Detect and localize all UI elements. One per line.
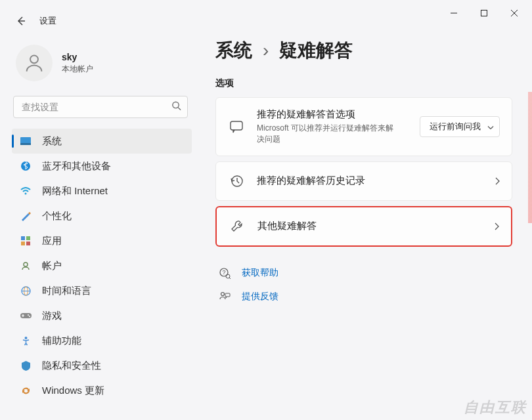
svg-point-4	[30, 55, 38, 63]
titlebar: 设置	[0, 0, 532, 26]
svg-text:?: ?	[222, 269, 225, 276]
sidebar-item-bluetooth[interactable]: 蓝牙和其他设备	[12, 154, 192, 178]
system-icon	[20, 135, 32, 147]
sidebar-item-label: 蓝牙和其他设备	[42, 160, 111, 173]
card-title: 推荐的疑难解答首选项	[257, 108, 408, 121]
sidebar: sky 本地帐户 系统 蓝牙和其他设备 网络和 Internet	[0, 26, 197, 420]
sidebar-item-apps[interactable]: 应用	[12, 228, 192, 253]
card-title: 推荐的疑难解答历史记录	[257, 175, 483, 187]
card-other-troubleshooters[interactable]: 其他疑难解答	[215, 206, 512, 247]
section-label: 选项	[215, 77, 512, 89]
breadcrumb-current: 疑难解答	[279, 38, 353, 63]
preference-dropdown[interactable]: 运行前询问我	[420, 116, 500, 137]
sidebar-item-privacy[interactable]: 隐私和安全性	[12, 353, 192, 378]
svg-point-21	[29, 316, 30, 317]
sidebar-item-label: 系统	[42, 135, 62, 148]
shield-icon	[20, 360, 32, 371]
bluetooth-icon	[20, 160, 32, 172]
minimize-icon	[451, 10, 457, 16]
give-feedback-link[interactable]: 提供反馈	[242, 291, 278, 303]
brush-icon	[20, 210, 32, 222]
sidebar-item-label: 时间和语言	[42, 285, 91, 297]
sidebar-item-time-language[interactable]: 时间和语言	[12, 278, 192, 303]
sidebar-item-personalization[interactable]: 个性化	[12, 203, 192, 228]
feedback-link-row: 提供反馈	[215, 285, 512, 308]
svg-rect-23	[231, 121, 242, 130]
svg-point-5	[173, 102, 179, 108]
minimize-button[interactable]	[439, 3, 469, 24]
svg-point-29	[221, 292, 225, 295]
sidebar-item-accessibility[interactable]: 辅助功能	[12, 328, 192, 353]
sidebar-item-gaming[interactable]: 游戏	[12, 303, 192, 328]
person-icon	[23, 52, 45, 74]
chevron-down-icon	[487, 121, 494, 131]
sidebar-nav: 系统 蓝牙和其他设备 网络和 Internet 个性化 应用 帐户	[12, 129, 192, 415]
sidebar-item-windows-update[interactable]: Windows 更新	[12, 378, 192, 403]
user-block[interactable]: sky 本地帐户	[12, 39, 192, 93]
back-button[interactable]	[14, 14, 28, 28]
svg-point-15	[24, 262, 28, 266]
user-subtitle: 本地帐户	[62, 64, 93, 75]
feedback-icon	[218, 290, 231, 303]
avatar	[16, 45, 53, 81]
dropdown-value: 运行前询问我	[430, 121, 481, 131]
svg-line-28	[229, 278, 231, 279]
sidebar-item-label: 帐户	[42, 260, 62, 272]
history-icon	[228, 173, 245, 190]
breadcrumb: 系统 › 疑难解答	[215, 38, 512, 63]
window-title: 设置	[39, 15, 56, 27]
chevron-right-icon	[495, 177, 500, 185]
wifi-icon	[20, 185, 32, 197]
svg-rect-1	[481, 10, 487, 16]
globe-icon	[20, 285, 32, 297]
sidebar-item-label: 游戏	[42, 310, 62, 322]
svg-rect-8	[20, 143, 31, 145]
svg-rect-30	[225, 293, 230, 297]
close-icon	[511, 10, 518, 16]
card-history[interactable]: 推荐的疑难解答历史记录	[215, 161, 512, 201]
update-icon	[20, 385, 32, 396]
user-name: sky	[62, 52, 93, 62]
svg-point-22	[24, 337, 27, 339]
svg-rect-14	[26, 242, 30, 245]
svg-line-6	[178, 108, 181, 110]
svg-rect-13	[21, 242, 25, 245]
wrench-icon	[229, 218, 246, 235]
sidebar-item-label: 网络和 Internet	[42, 185, 108, 198]
card-title: 其他疑难解答	[257, 220, 482, 232]
svg-point-20	[28, 314, 29, 316]
card-subtitle: Microsoft 可以推荐并运行疑难解答来解决问题	[257, 123, 395, 145]
sidebar-item-label: 个性化	[42, 210, 72, 222]
account-icon	[20, 260, 32, 272]
help-icon: ?	[218, 266, 231, 280]
search-wrap	[13, 96, 188, 118]
breadcrumb-separator: ›	[263, 40, 269, 61]
svg-point-10	[25, 193, 27, 195]
get-help-link[interactable]: 获取帮助	[242, 267, 278, 279]
sidebar-item-label: 辅助功能	[42, 335, 81, 347]
help-link-row: ? 获取帮助	[215, 261, 512, 285]
gaming-icon	[20, 310, 32, 322]
apps-icon	[20, 235, 32, 247]
search-icon	[171, 101, 181, 114]
sidebar-item-label: Windows 更新	[42, 385, 104, 397]
arrow-left-icon	[16, 16, 26, 26]
main-content: 系统 › 疑难解答 选项 推荐的疑难解答首选项 Microsoft 可以推荐并运…	[197, 26, 532, 420]
decorative-stripe	[528, 92, 532, 223]
accessibility-icon	[20, 335, 32, 346]
maximize-button[interactable]	[469, 3, 499, 24]
chevron-right-icon	[494, 222, 499, 230]
sidebar-item-system[interactable]: 系统	[12, 129, 192, 154]
sidebar-item-label: 隐私和安全性	[42, 360, 101, 372]
close-button[interactable]	[499, 3, 529, 24]
sidebar-item-accounts[interactable]: 帐户	[12, 253, 192, 278]
search-input[interactable]	[13, 96, 188, 118]
sidebar-item-label: 应用	[42, 235, 62, 247]
card-recommended-preferences[interactable]: 推荐的疑难解答首选项 Microsoft 可以推荐并运行疑难解答来解决问题 运行…	[215, 97, 512, 156]
breadcrumb-parent[interactable]: 系统	[215, 38, 252, 63]
sidebar-item-network[interactable]: 网络和 Internet	[12, 178, 192, 203]
svg-rect-11	[21, 236, 25, 240]
svg-rect-12	[26, 236, 30, 240]
maximize-icon	[481, 10, 487, 16]
chat-icon	[228, 118, 245, 135]
